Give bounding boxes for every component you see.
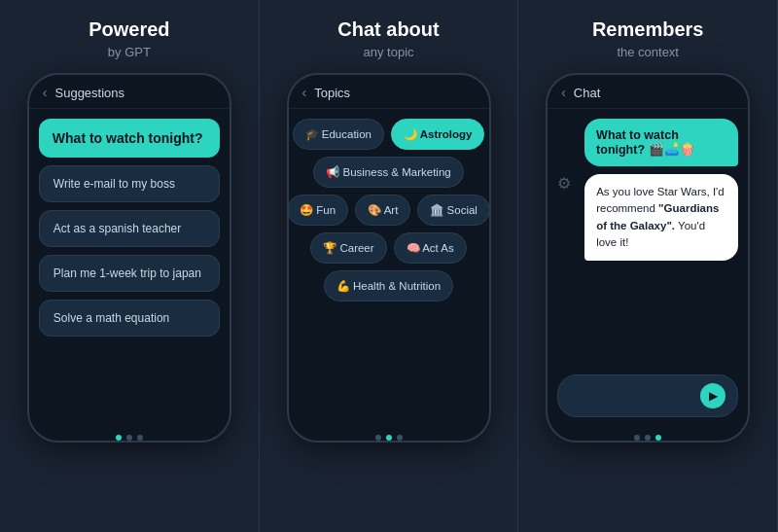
- back-icon-2[interactable]: ‹: [302, 85, 307, 100]
- suggestion-item-2[interactable]: Act as a spanish teacher: [39, 210, 220, 247]
- back-icon-3[interactable]: ‹: [561, 85, 566, 100]
- suggestion-item-1[interactable]: Write e-mail to my boss: [39, 165, 220, 202]
- topic-career[interactable]: 🏆 Career: [310, 232, 386, 264]
- panel3-subtitle: the context: [617, 45, 679, 59]
- phone-header-2: ‹ Topics: [289, 75, 489, 109]
- topics-content: 🎓 Education 🌙 Astrology 📢 Business & Mar…: [289, 109, 489, 427]
- header-title-1: Suggestions: [55, 86, 125, 100]
- panel1-subtitle: by GPT: [108, 45, 151, 59]
- topics-row-5: 💪 Health & Nutrition: [299, 270, 479, 301]
- header-title-2: Topics: [314, 86, 350, 100]
- panel1-title: Powered: [88, 18, 169, 41]
- dot-3-2: [645, 435, 651, 441]
- dot-2-2: [386, 435, 392, 441]
- phone-header-1: ‹ Suggestions: [29, 75, 230, 109]
- suggestion-highlight[interactable]: What to watch tonight?: [39, 119, 220, 158]
- topics-row-4: 🏆 Career 🧠 Act As: [299, 232, 479, 264]
- chat-messages: What to watch tonight? 🎬🛋️🍿 ⚙ As you lov…: [557, 119, 738, 367]
- topic-art[interactable]: 🎨 Art: [355, 195, 410, 226]
- bot-message: As you love Star Wars, I'd recommend "Gu…: [584, 174, 738, 261]
- topics-row-1: 🎓 Education 🌙 Astrology: [299, 119, 479, 150]
- topics-row-3: 🤩 Fun 🎨 Art 🏛️ Social: [299, 195, 479, 226]
- dot-2-3: [397, 435, 403, 441]
- bot-avatar-icon: ⚙: [557, 174, 579, 195]
- pagination-dots-3: [548, 435, 748, 441]
- panel-topics: Chat about any topic ‹ Topics 🎓 Educatio…: [260, 0, 519, 532]
- panel2-title: Chat about: [337, 18, 439, 41]
- topic-act-as[interactable]: 🧠 Act As: [394, 232, 467, 264]
- panel-powered-gpt: Powered by GPT ‹ Suggestions What to wat…: [0, 0, 260, 532]
- bot-message-row: ⚙ As you love Star Wars, I'd recommend "…: [557, 174, 738, 261]
- topics-row-2: 📢 Business & Marketing: [299, 157, 479, 188]
- topics-grid: 🎓 Education 🌙 Astrology 📢 Business & Mar…: [299, 119, 479, 301]
- dot-1-1: [116, 435, 122, 441]
- pagination-dots-2: [289, 435, 489, 441]
- header-title-3: Chat: [574, 86, 600, 100]
- pagination-dots-1: [29, 435, 230, 441]
- chat-input-bar[interactable]: ▶: [557, 374, 738, 417]
- phone-mockup-1: ‹ Suggestions What to watch tonight? Wri…: [27, 73, 231, 443]
- topic-business[interactable]: 📢 Business & Marketing: [313, 157, 463, 188]
- dot-1-2: [126, 435, 132, 441]
- dot-1-3: [137, 435, 143, 441]
- topic-astrology[interactable]: 🌙 Astrology: [391, 119, 484, 150]
- dot-2-1: [375, 435, 381, 441]
- phone-mockup-3: ‹ Chat What to watch tonight? 🎬🛋️🍿 ⚙ As …: [546, 73, 750, 443]
- back-icon-1[interactable]: ‹: [43, 85, 48, 100]
- topic-health[interactable]: 💪 Health & Nutrition: [324, 270, 453, 301]
- panel-remembers: Remembers the context ‹ Chat What to wat…: [518, 0, 778, 532]
- topic-social[interactable]: 🏛️ Social: [417, 195, 488, 226]
- suggestions-content: What to watch tonight? Write e-mail to m…: [29, 109, 230, 427]
- user-message: What to watch tonight? 🎬🛋️🍿: [584, 119, 738, 166]
- panel3-title: Remembers: [592, 18, 704, 41]
- phone-header-3: ‹ Chat: [548, 75, 748, 109]
- dot-3-3: [655, 435, 661, 441]
- suggestion-item-3[interactable]: Plan me 1-week trip to japan: [39, 255, 220, 292]
- panel2-subtitle: any topic: [363, 45, 413, 59]
- chat-content: What to watch tonight? 🎬🛋️🍿 ⚙ As you lov…: [548, 109, 748, 427]
- phone-mockup-2: ‹ Topics 🎓 Education 🌙 Astrology 📢 Busin…: [287, 73, 491, 443]
- dot-3-1: [634, 435, 640, 441]
- send-icon: ▶: [709, 389, 718, 403]
- topic-fun[interactable]: 🤩 Fun: [289, 195, 349, 226]
- topic-education[interactable]: 🎓 Education: [293, 119, 384, 150]
- send-button[interactable]: ▶: [700, 383, 725, 408]
- suggestion-item-4[interactable]: Solve a math equation: [39, 300, 220, 337]
